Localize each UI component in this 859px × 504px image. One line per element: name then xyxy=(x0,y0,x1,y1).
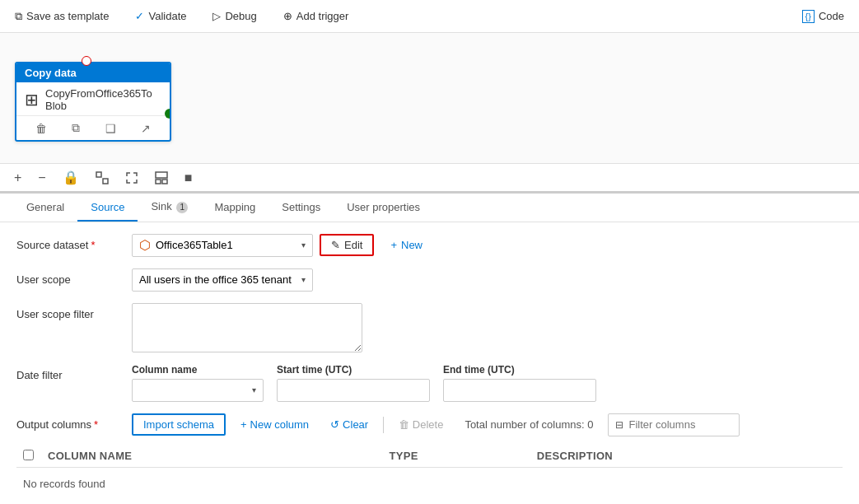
select-all-checkbox[interactable] xyxy=(23,450,34,460)
clear-button[interactable]: ↺ Clear xyxy=(324,415,375,434)
office365-icon: ⬡ xyxy=(139,237,151,253)
date-filter-row: Date filter Column name ▾ Start time (UT… xyxy=(16,364,843,402)
user-scope-label: User scope xyxy=(16,268,124,286)
source-dataset-controls: ⬡ Office365Table1 ▾ ✎ Edit + New xyxy=(132,234,432,257)
top-toolbar: ⧉ Save as template ✓ Validate ▷ Debug ⊕ … xyxy=(0,0,859,33)
description-col-header: DESCRIPTION xyxy=(530,445,843,468)
user-scope-arrow-icon: ▾ xyxy=(301,275,306,284)
zoom-in-button[interactable]: + xyxy=(10,168,26,188)
sink-badge: 1 xyxy=(176,202,188,213)
expand-button[interactable] xyxy=(121,169,142,187)
node-navigate-button[interactable]: ↗ xyxy=(138,120,154,137)
checkbox-col-header xyxy=(16,445,41,468)
end-time-input[interactable] xyxy=(443,379,596,402)
new-column-label: New column xyxy=(250,418,310,431)
validate-button[interactable]: ✓ Validate xyxy=(130,7,191,26)
column-name-col-header: COLUMN NAME xyxy=(41,445,383,468)
zoom-out-button[interactable]: − xyxy=(34,168,49,188)
canvas-area: Copy data ⊞ CopyFromOffice365To Blob 🗑 ⧉… xyxy=(0,33,859,194)
lock-button[interactable]: 🔒 xyxy=(58,167,83,188)
code-icon: {} xyxy=(802,10,815,23)
type-col-header: TYPE xyxy=(383,445,530,468)
columns-table: COLUMN NAME TYPE DESCRIPTION No records … xyxy=(16,445,843,500)
tab-general[interactable]: General xyxy=(13,194,77,222)
user-scope-filter-controls xyxy=(132,303,362,352)
form-area: Source dataset * ⬡ Office365Table1 ▾ ✎ E… xyxy=(0,222,859,500)
new-col-plus-icon: + xyxy=(240,418,247,431)
edit-pencil-icon: ✎ xyxy=(331,239,340,251)
start-time-input[interactable] xyxy=(277,379,430,402)
add-trigger-button[interactable]: ⊕ Add trigger xyxy=(278,7,354,26)
code-button[interactable]: {} Code xyxy=(797,7,849,26)
filter-columns-input[interactable] xyxy=(628,418,727,431)
select-arrow-icon: ▾ xyxy=(301,240,306,250)
validate-label: Validate xyxy=(148,10,186,22)
svg-rect-4 xyxy=(162,180,167,184)
tab-mapping[interactable]: Mapping xyxy=(201,194,268,222)
date-filter-cols: Column name ▾ Start time (UTC) End time … xyxy=(132,364,596,402)
total-columns-count: Total number of columns: 0 xyxy=(465,418,593,431)
add-trigger-label: Add trigger xyxy=(296,10,349,22)
node-actions: 🗑 ⧉ ❑ ↗ xyxy=(16,115,170,140)
svg-rect-0 xyxy=(96,172,101,177)
svg-rect-3 xyxy=(156,180,161,184)
tabs-section: General Source Sink 1 Mapping Settings U… xyxy=(0,194,859,222)
filter-icon: ⊟ xyxy=(615,419,623,431)
new-plus-icon: + xyxy=(390,239,397,251)
validate-icon: ✓ xyxy=(135,10,144,22)
tab-settings[interactable]: Settings xyxy=(268,194,334,222)
date-filter-label: Date filter xyxy=(16,364,124,381)
column-name-header: Column name xyxy=(132,364,264,376)
source-dataset-value: Office365Table1 xyxy=(156,239,233,251)
user-scope-filter-label: User scope filter xyxy=(16,303,124,320)
user-scope-select[interactable]: All users in the office 365 tenant ▾ xyxy=(132,268,313,292)
new-column-button[interactable]: + New column xyxy=(234,415,315,434)
debug-icon: ▷ xyxy=(212,10,221,22)
settings-button[interactable]: ■ xyxy=(180,168,197,188)
node-copy-icon: ⊞ xyxy=(25,90,39,110)
node-body: ⊞ CopyFromOffice365To Blob xyxy=(16,82,170,115)
source-dataset-label: Source dataset * xyxy=(16,234,124,251)
tab-source[interactable]: Source xyxy=(77,194,138,222)
fit-screen-button[interactable] xyxy=(91,169,113,187)
new-button[interactable]: + New xyxy=(380,236,432,254)
edit-label: Edit xyxy=(344,239,362,251)
tab-sink[interactable]: Sink 1 xyxy=(138,194,201,222)
node-top-circle xyxy=(82,56,91,66)
node-copy-button[interactable]: ⧉ xyxy=(68,119,83,137)
filter-columns-container[interactable]: ⊟ xyxy=(608,413,740,436)
user-scope-filter-row: User scope filter xyxy=(16,303,843,352)
node-delete-button[interactable]: 🗑 xyxy=(32,120,50,137)
save-as-template-label: Save as template xyxy=(26,10,109,22)
new-label: New xyxy=(401,239,422,251)
output-columns-row: Output columns * Import schema + New col… xyxy=(16,413,843,436)
column-name-select[interactable]: ▾ xyxy=(132,379,264,402)
copy-data-node[interactable]: Copy data ⊞ CopyFromOffice365To Blob 🗑 ⧉… xyxy=(15,62,171,142)
column-name-arrow-icon: ▾ xyxy=(252,385,256,394)
delete-icon: 🗑 xyxy=(399,418,409,431)
save-as-template-button[interactable]: ⧉ Save as template xyxy=(10,7,114,26)
delete-button: 🗑 Delete xyxy=(392,415,450,434)
debug-button[interactable]: ▷ Debug xyxy=(208,7,261,26)
import-schema-button[interactable]: Import schema xyxy=(132,413,226,436)
code-label: Code xyxy=(819,10,844,22)
edit-button[interactable]: ✎ Edit xyxy=(320,234,374,256)
user-scope-controls: All users in the office 365 tenant ▾ xyxy=(132,268,313,292)
layout-icon xyxy=(155,171,168,184)
node-duplicate-button[interactable]: ❑ xyxy=(102,120,119,137)
tab-user-properties[interactable]: User properties xyxy=(334,194,433,222)
debug-label: Debug xyxy=(225,10,256,22)
add-trigger-icon: ⊕ xyxy=(283,10,292,22)
output-columns-label: Output columns * xyxy=(16,418,124,431)
expand-icon xyxy=(125,171,138,184)
node-header: Copy data xyxy=(16,63,170,82)
source-dataset-select[interactable]: ⬡ Office365Table1 ▾ xyxy=(132,234,313,257)
layout-button[interactable] xyxy=(151,169,172,187)
user-scope-filter-input[interactable] xyxy=(132,303,362,352)
import-schema-label: Import schema xyxy=(143,418,214,431)
node-connector xyxy=(165,109,171,119)
user-scope-row: User scope All users in the office 365 t… xyxy=(16,268,843,292)
user-scope-value: All users in the office 365 tenant xyxy=(139,273,292,286)
no-records-row: No records found xyxy=(16,467,843,500)
clear-icon: ↺ xyxy=(330,418,339,431)
